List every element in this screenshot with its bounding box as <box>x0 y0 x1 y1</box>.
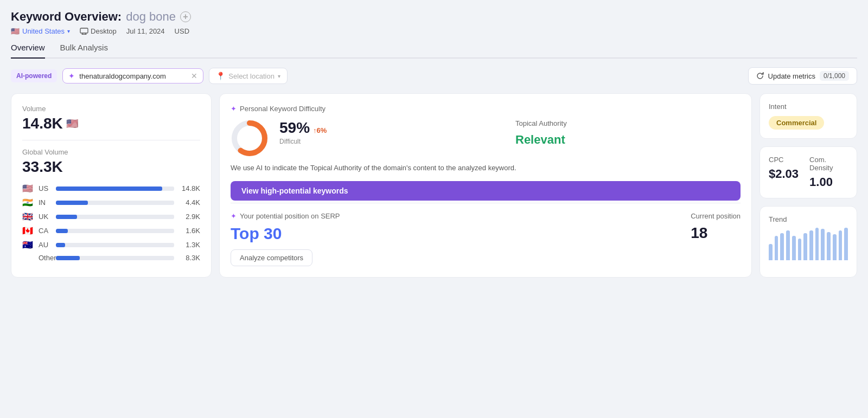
density-col: Com. Density 1.00 <box>809 156 848 189</box>
bar-fill <box>56 215 77 219</box>
ai-description: We use AI to indicate the Topical Author… <box>231 163 741 173</box>
country-value: 14.8K <box>178 184 200 192</box>
trend-bar <box>780 233 784 260</box>
clear-input-button[interactable]: ✕ <box>191 72 197 80</box>
volume-value: 14.8K 🇺🇸 <box>22 115 200 132</box>
country-value: 1.3K <box>178 241 200 249</box>
domain-input[interactable] <box>79 72 187 80</box>
sparkle-icon: ✦ <box>68 72 75 80</box>
analyze-competitors-button[interactable]: Analyze competitors <box>231 249 312 266</box>
chevron-down-icon: ▾ <box>278 73 280 79</box>
bar-container <box>56 243 174 247</box>
country-value: 2.9K <box>178 213 200 221</box>
country-flag: 🇬🇧 <box>22 211 34 222</box>
trend-label: Trend <box>769 215 848 223</box>
country-flag: 🇮🇳 <box>22 197 34 208</box>
add-keyword-icon[interactable]: + <box>180 11 191 22</box>
global-volume-value: 33.3K <box>22 158 200 176</box>
list-item: Other 8.3K <box>22 254 200 262</box>
bar-fill <box>56 229 68 233</box>
intent-badge: Commercial <box>769 116 824 130</box>
update-counter: 0/1,000 <box>820 71 849 81</box>
tab-bar: Overview Bulk Analysis <box>11 43 857 59</box>
country-code: UK <box>39 213 52 221</box>
trend-bar <box>792 236 796 260</box>
tab-overview[interactable]: Overview <box>11 43 45 59</box>
currency-display: USD <box>175 27 189 35</box>
bar-container <box>56 187 174 191</box>
country-code: US <box>39 184 52 192</box>
domain-input-container: ✦ ✕ <box>62 68 203 83</box>
bar-fill <box>56 187 162 191</box>
serp-label: ✦ Your potential position on SERP <box>231 212 680 220</box>
volume-card: Volume 14.8K 🇺🇸 Global Volume 33.3K 🇺🇸 U… <box>11 93 212 278</box>
pin-icon: 📍 <box>216 72 225 80</box>
update-metrics-button[interactable]: Update metrics 0/1,000 <box>748 67 857 85</box>
trend-bar <box>844 228 848 260</box>
country-flag: 🇨🇦 <box>22 226 34 236</box>
trend-card: Trend <box>760 206 857 278</box>
location-selector[interactable]: 📍 Select location ▾ <box>209 68 288 84</box>
bar-fill <box>56 201 88 205</box>
intent-card: Intent Commercial <box>760 93 857 139</box>
country-value: 8.3K <box>178 254 200 262</box>
trend-bar <box>798 239 802 260</box>
current-position-label: Current position <box>691 212 741 220</box>
list-item: 🇦🇺 AU 1.3K <box>22 240 200 250</box>
refresh-icon <box>756 72 764 80</box>
bar-fill <box>56 256 80 260</box>
country-code: AU <box>39 241 52 249</box>
ai-powered-badge: AI-powered <box>11 69 57 82</box>
topical-value: Relevant <box>515 133 741 147</box>
country-flag: 🇦🇺 <box>22 240 34 250</box>
bar-container <box>56 215 174 219</box>
trend-bar <box>815 228 819 260</box>
volume-label: Volume <box>22 105 200 113</box>
trend-bar <box>821 229 825 260</box>
location-label: Select location <box>228 72 275 80</box>
bar-container <box>56 201 174 205</box>
sparkle-icon: ✦ <box>231 212 237 220</box>
country-value: 1.6K <box>178 227 200 235</box>
device-indicator: Desktop <box>80 27 117 35</box>
pkd-stats: 59% ↑6% Difficult <box>279 119 505 145</box>
cpc-value: $2.03 <box>769 167 799 181</box>
trend-bar <box>775 236 778 260</box>
view-keywords-button[interactable]: View high-potential keywords <box>231 181 741 201</box>
serp-section: ✦ Your potential position on SERP Top 30… <box>231 203 741 266</box>
pkd-label: ✦ Personal Keyword Difficulty <box>231 105 741 113</box>
tab-bulk-analysis[interactable]: Bulk Analysis <box>60 43 108 59</box>
right-column: Intent Commercial CPC $2.03 Com. Density… <box>760 93 857 278</box>
cpc-card: CPC $2.03 Com. Density 1.00 <box>760 146 857 198</box>
list-item: 🇺🇸 US 14.8K <box>22 183 200 194</box>
svg-rect-0 <box>80 28 88 33</box>
bar-container <box>56 256 174 260</box>
update-metrics-label: Update metrics <box>768 72 815 80</box>
intent-label: Intent <box>769 102 848 111</box>
bar-container <box>56 229 174 233</box>
pkd-percent: 59% ↑6% <box>279 119 505 137</box>
country-rows: 🇺🇸 US 14.8K 🇮🇳 IN 4.4K 🇬🇧 UK 2.9K 🇨🇦 CA … <box>22 183 200 262</box>
trend-bar <box>827 232 831 260</box>
cpc-label: CPC <box>769 156 799 164</box>
page-title: Keyword Overview: dog bone + <box>11 10 857 24</box>
country-code: IN <box>39 198 52 207</box>
donut-chart <box>231 119 269 157</box>
country-code: CA <box>39 227 52 235</box>
density-value: 1.00 <box>809 175 848 189</box>
country-selector[interactable]: 🇺🇸 United States ▾ <box>11 27 70 35</box>
topical-col: Topical Authority Relevant <box>515 119 741 147</box>
us-flag: 🇺🇸 <box>66 118 78 130</box>
density-label: Com. Density <box>809 156 848 172</box>
trend-bar <box>803 233 807 260</box>
pkd-change: ↑6% <box>313 126 327 134</box>
date-display: Jul 11, 2024 <box>126 27 165 35</box>
desktop-icon <box>80 28 88 35</box>
difficulty-card: ✦ Personal Keyword Difficulty 59% ↑6% <box>219 93 752 278</box>
cpc-col: CPC $2.03 <box>769 156 799 189</box>
chevron-down-icon: ▾ <box>67 28 70 34</box>
current-position-col: Current position 18 <box>691 212 741 242</box>
trend-bar <box>769 244 773 260</box>
sparkle-icon: ✦ <box>231 105 237 113</box>
serp-value: Top 30 <box>231 224 680 243</box>
